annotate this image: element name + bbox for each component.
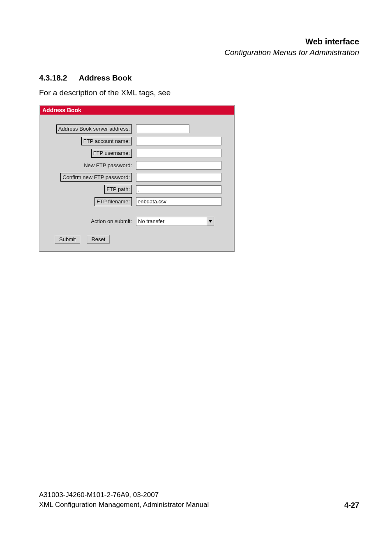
page-header: Web interface Configuration Menus for Ad… [39, 37, 359, 57]
input-path[interactable] [136, 185, 221, 194]
select-action-on-submit[interactable]: No transfer [136, 217, 214, 226]
label-new-password: New FTP password: [84, 162, 132, 168]
page-footer: A31003-J4260-M101-2-76A9, 03-2007 XML Co… [39, 490, 359, 510]
header-subtitle: Configuration Menus for Administration [39, 48, 359, 57]
section-description: For a description of the XML tags, see [39, 88, 359, 97]
address-book-panel: Address Book Address Book server address… [39, 105, 235, 252]
label-confirm-password: Confirm new FTP password: [60, 173, 132, 182]
label-path: FTP path: [104, 185, 132, 194]
panel-title: Address Book [40, 106, 234, 115]
input-confirm-password[interactable] [136, 173, 221, 182]
footer-doc-id: A31003-J4260-M101-2-76A9, 03-2007 [39, 490, 209, 500]
label-action-on-submit: Action on submit: [91, 218, 132, 224]
chevron-down-icon [207, 217, 214, 226]
input-username[interactable] [136, 149, 221, 157]
label-account-name: FTP account name: [81, 137, 132, 146]
submit-button[interactable]: Submit [55, 235, 80, 244]
input-new-password[interactable] [136, 161, 221, 170]
input-account-name[interactable] [136, 137, 221, 145]
page-number: 4-27 [344, 501, 359, 510]
select-value: No transfer [136, 218, 207, 225]
reset-button[interactable]: Reset [87, 235, 110, 244]
section-number: 4.3.18.2 [39, 74, 67, 82]
label-username: FTP username: [91, 149, 132, 158]
section-heading: 4.3.18.2Address Book [39, 74, 359, 83]
section-title: Address Book [79, 74, 132, 82]
input-server-address[interactable] [136, 124, 189, 133]
input-filename[interactable] [136, 197, 221, 206]
label-server-address: Address Book server address: [56, 124, 132, 134]
svg-marker-0 [209, 220, 212, 223]
footer-doc-title: XML Configuration Management, Administra… [39, 500, 209, 510]
label-filename: FTP filename: [95, 197, 132, 206]
header-title: Web interface [39, 37, 359, 46]
